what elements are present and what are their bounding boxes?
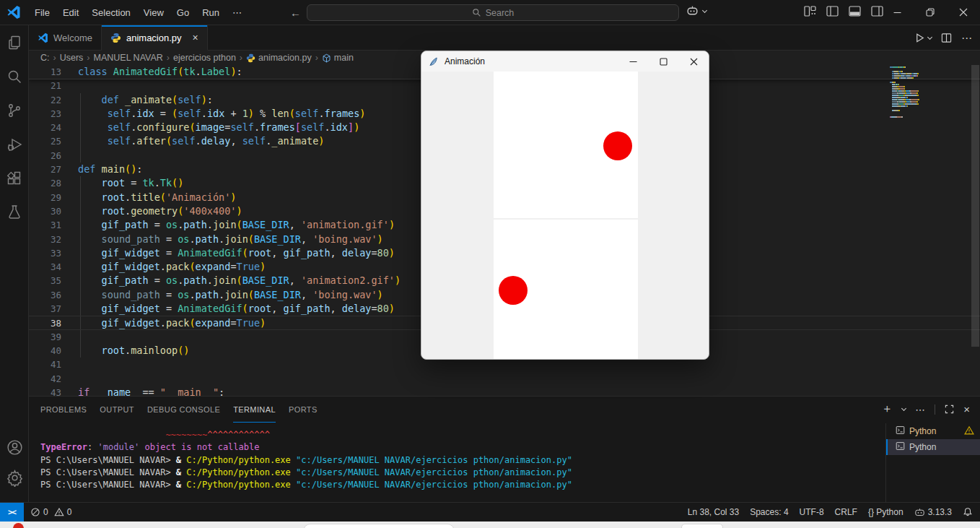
code-token: %	[254, 108, 271, 119]
terminal-output[interactable]: ~~~~~~~~^^^^^^^^^^^^TypeError: 'module' …	[29, 423, 885, 503]
breadcrumb-item[interactable]: main	[322, 53, 354, 63]
run-python-file-button[interactable]	[914, 33, 932, 43]
line-number: 30	[29, 204, 61, 218]
settings-gear-icon[interactable]	[4, 467, 25, 488]
status-bar: >< 0 0 Ln 38, Col 33Spaces: 4UTF-8CRLF{}…	[0, 502, 980, 521]
tk-close-button[interactable]	[678, 51, 709, 72]
menu-item-go[interactable]: Go	[170, 4, 196, 21]
menu-item-edit[interactable]: Edit	[56, 4, 85, 21]
copilot-button[interactable]	[686, 4, 706, 18]
menu-item-selection[interactable]: Selection	[85, 4, 136, 21]
code-token: =	[160, 233, 178, 245]
line-number: 32	[29, 233, 61, 246]
code-token: gif_widget	[102, 261, 160, 272]
tk-maximize-button[interactable]	[648, 51, 678, 72]
panel-tab-terminal[interactable]: TERMINAL	[233, 397, 276, 423]
line-number: 34	[29, 260, 61, 274]
status-item-3-13-3[interactable]: 3.13.3	[914, 507, 952, 517]
code-token: len	[271, 108, 289, 119]
code-token: ]	[348, 121, 354, 133]
code-token: PS C:\Users\MANUEL NAVAR>	[40, 455, 176, 465]
remote-indicator-button[interactable]: ><	[0, 503, 24, 521]
search-command-center[interactable]: Search	[307, 4, 679, 21]
code-token: (	[172, 108, 178, 119]
panel-more-actions-icon[interactable]: ⋯	[915, 404, 925, 415]
code-token: expand	[196, 261, 231, 272]
code-token: 'boing.wav'	[312, 233, 377, 245]
code-token: sound_path	[102, 289, 160, 300]
terminal-list-item[interactable]: Python	[886, 439, 980, 455]
tab-animacion-py[interactable]: animacion.py ×	[102, 25, 208, 51]
toggle-primary-sidebar-icon[interactable]	[826, 6, 839, 17]
terminal-launch-chevron-icon[interactable]	[901, 405, 906, 410]
code-token: .	[189, 289, 195, 300]
line-content: self.idx = (self.idx + 1) % len(self.fra…	[78, 108, 365, 119]
scrollbar-slider[interactable]	[971, 65, 979, 347]
window-restore-button[interactable]	[914, 0, 947, 25]
tab-close-icon[interactable]: ×	[193, 32, 198, 43]
minimap-line	[890, 84, 940, 85]
code-token: class	[78, 66, 113, 77]
toggle-panel-icon[interactable]	[849, 6, 861, 17]
breadcrumb-item[interactable]: MANUEL NAVAR	[94, 53, 163, 63]
window-minimize-button[interactable]	[880, 0, 914, 25]
menu-item-more[interactable]: ⋯	[226, 4, 248, 21]
tk-minimize-button[interactable]	[618, 51, 648, 72]
status-item-bell[interactable]	[963, 507, 973, 517]
code-token: .	[254, 121, 260, 133]
menu-item-file[interactable]: File	[28, 4, 56, 21]
split-editor-icon[interactable]	[941, 33, 952, 43]
red-ball	[499, 276, 528, 305]
error-count: 0	[43, 507, 48, 517]
code-token: )	[389, 247, 395, 259]
breadcrumb-item[interactable]: animacion.py	[246, 53, 312, 63]
account-icon[interactable]	[4, 437, 25, 457]
code-token: self	[108, 121, 131, 133]
panel-toolbar: ＋ ⋯ ×	[881, 402, 970, 417]
code-token: gif_widget	[102, 303, 160, 314]
extensions-icon[interactable]	[4, 168, 25, 189]
source-control-icon[interactable]	[4, 100, 25, 121]
code-token: if	[78, 386, 95, 396]
code-token: (	[172, 94, 178, 105]
tk-title-bar[interactable]: Animación	[421, 51, 709, 72]
breadcrumb-item[interactable]: ejercicios pthon	[173, 53, 236, 63]
status-item-ln-38-col-33[interactable]: Ln 38, Col 33	[688, 507, 739, 517]
menu-item-view[interactable]: View	[137, 4, 170, 21]
panel-tab-debug-console[interactable]: DEBUG CONSOLE	[147, 397, 220, 423]
panel-tab-problems[interactable]: PROBLEMS	[40, 397, 87, 423]
terminal-list-item[interactable]: Python	[886, 423, 980, 439]
close-panel-icon[interactable]: ×	[963, 403, 970, 415]
panel-tab-output[interactable]: OUTPUT	[100, 397, 134, 423]
editor-scrollbar[interactable]	[971, 65, 980, 396]
tab-welcome[interactable]: Welcome	[29, 25, 102, 51]
testing-icon[interactable]	[4, 202, 25, 222]
line-number: 33	[29, 246, 61, 260]
code-token: tk	[183, 66, 195, 77]
status-item-crlf[interactable]: CRLF	[835, 507, 857, 517]
panel-tab-ports[interactable]: PORTS	[289, 397, 318, 423]
run-debug-icon[interactable]	[4, 134, 25, 155]
problems-status-button[interactable]: 0 0	[30, 507, 71, 517]
line-number: 24	[29, 121, 61, 134]
minimap[interactable]	[890, 66, 940, 118]
explorer-icon[interactable]	[4, 33, 25, 53]
editor-more-actions-icon[interactable]: ⋯	[961, 32, 973, 45]
code-token: [	[295, 121, 301, 133]
maximize-panel-icon[interactable]	[945, 404, 954, 414]
status-item--python[interactable]: {} Python	[868, 507, 904, 517]
window-close-button[interactable]	[947, 0, 980, 25]
breadcrumb-item[interactable]: C:	[40, 53, 50, 63]
minimap-line	[890, 86, 940, 87]
code-token: path	[183, 219, 207, 230]
line-number: 36	[29, 288, 61, 302]
customize-layout-icon[interactable]	[804, 6, 816, 17]
new-terminal-button[interactable]: ＋	[881, 402, 893, 417]
search-view-icon[interactable]	[4, 66, 25, 87]
breadcrumb-item[interactable]: Users	[60, 53, 84, 63]
menu-item-run[interactable]: Run	[196, 4, 226, 21]
status-item-utf-8[interactable]: UTF-8	[800, 507, 824, 517]
warnings-icon	[54, 507, 64, 517]
status-item-spaces-4[interactable]: Spaces: 4	[750, 507, 788, 517]
nav-back-icon[interactable]: ←	[290, 7, 301, 19]
